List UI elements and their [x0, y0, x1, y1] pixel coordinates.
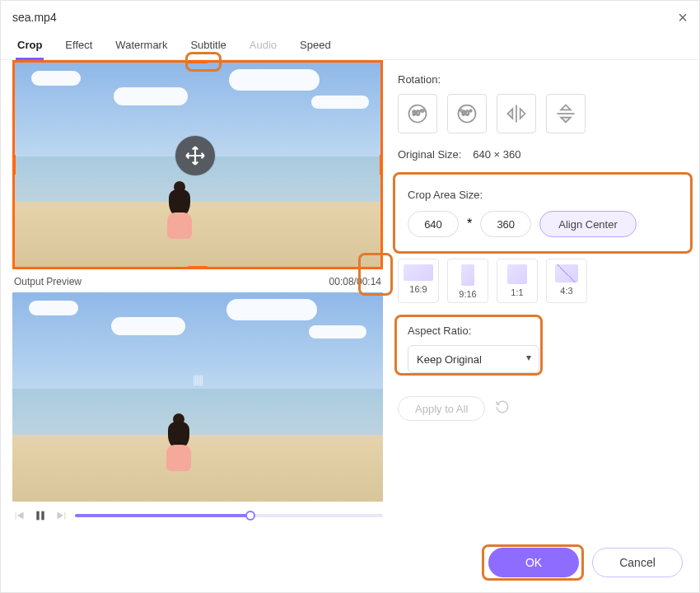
next-button[interactable]: [54, 508, 68, 523]
ratio-16-9-button[interactable]: 16:9: [398, 259, 439, 303]
ratio-4-3-button[interactable]: 4:3: [546, 259, 587, 303]
resize-grip-icon: ⦀⦀: [193, 372, 203, 390]
ratio-presets: 16:99:161:14:3: [398, 259, 688, 303]
crop-area-label: Crop Area Size:: [408, 189, 678, 201]
svg-rect-1: [41, 511, 44, 521]
tab-subtitle[interactable]: Subtitle: [189, 32, 227, 59]
crop-height-input[interactable]: [480, 211, 531, 237]
original-size-label: Original Size:: [398, 148, 461, 161]
output-preview-label: Output Preview: [14, 276, 82, 287]
seek-bar[interactable]: [75, 514, 383, 517]
reset-icon[interactable]: [495, 399, 510, 418]
flip-horizontal-button[interactable]: [497, 94, 536, 133]
close-icon[interactable]: ×: [678, 9, 688, 26]
dimension-separator: *: [467, 217, 472, 231]
rotation-label: Rotation:: [398, 73, 688, 86]
original-size-value: 640 × 360: [473, 148, 520, 161]
crop-dialog: sea.mp4 × CropEffectWatermarkSubtitleAud…: [0, 0, 700, 593]
cancel-button[interactable]: Cancel: [592, 548, 683, 577]
rotate-ccw-button[interactable]: 90°: [447, 94, 487, 133]
prev-button[interactable]: [12, 508, 27, 523]
output-preview: ⦀⦀: [12, 292, 383, 502]
timecode: 00:08/00:14: [329, 276, 381, 287]
svg-text:90°: 90°: [462, 110, 472, 117]
svg-rect-0: [36, 511, 39, 521]
crop-width-input[interactable]: [408, 211, 459, 237]
playback-controls: [12, 508, 383, 523]
ok-button[interactable]: OK: [488, 548, 579, 577]
aspect-ratio-label: Aspect Ratio:: [408, 325, 678, 337]
tab-audio: Audio: [248, 32, 278, 59]
ratio-1-1-button[interactable]: 1:1: [497, 259, 538, 303]
ratio-9-16-button[interactable]: 9:16: [447, 259, 488, 303]
rotate-cw-button[interactable]: 90°: [398, 94, 437, 133]
aspect-ratio-select[interactable]: Keep Original: [408, 345, 539, 373]
crop-preview[interactable]: ⦀⦀: [12, 60, 383, 269]
tab-crop[interactable]: Crop: [16, 32, 44, 59]
apply-to-all-button[interactable]: Apply to All: [398, 396, 485, 421]
align-center-button[interactable]: Align Center: [539, 211, 637, 237]
tab-watermark[interactable]: Watermark: [114, 32, 169, 59]
titlebar: sea.mp4 ×: [1, 1, 699, 32]
svg-text:90°: 90°: [413, 110, 422, 117]
tab-bar: CropEffectWatermarkSubtitleAudioSpeed: [1, 32, 699, 60]
pause-button[interactable]: [34, 509, 47, 522]
tab-speed[interactable]: Speed: [298, 32, 333, 59]
window-title: sea.mp4: [12, 11, 57, 24]
tab-effect[interactable]: Effect: [63, 32, 94, 59]
flip-vertical-button[interactable]: [546, 94, 586, 133]
